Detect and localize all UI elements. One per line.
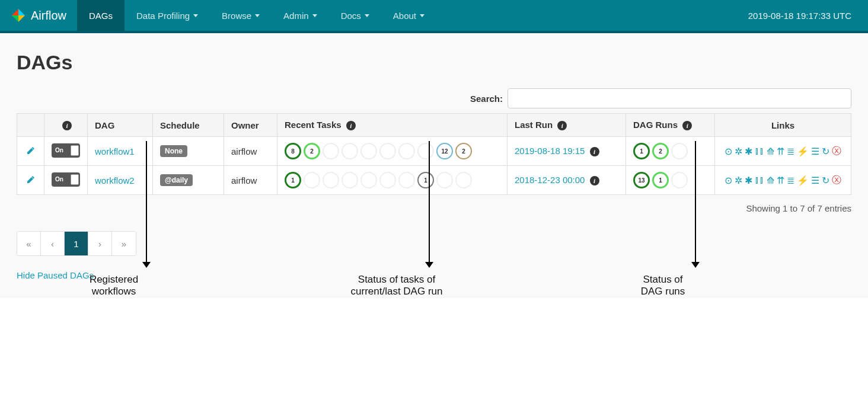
info-icon: i xyxy=(557,121,567,130)
tries-icon[interactable]: ⟰ xyxy=(767,175,774,186)
task-status-circle[interactable] xyxy=(304,172,320,188)
delete-icon[interactable]: ⓧ xyxy=(832,174,841,187)
chevron-down-icon xyxy=(365,14,369,17)
dag-run-status-circle[interactable]: 13 xyxy=(633,172,650,188)
last-run-link[interactable]: 2019-08-18 19:15 xyxy=(515,146,585,156)
tree-icon[interactable]: ✲ xyxy=(735,175,742,186)
task-status-circle[interactable] xyxy=(379,143,396,159)
info-icon[interactable]: i xyxy=(590,147,599,156)
graph-icon[interactable]: ✱ xyxy=(745,146,752,157)
nav-item-label: About xyxy=(393,11,416,21)
page-next[interactable]: › xyxy=(88,232,112,255)
col-label: Recent Tasks xyxy=(285,120,342,130)
nav-item-label: Browse xyxy=(222,11,251,21)
brand[interactable]: Airflow xyxy=(11,8,66,23)
task-status-circle[interactable] xyxy=(379,172,396,188)
page-prev[interactable]: ‹ xyxy=(41,232,65,255)
tries-icon[interactable]: ⟰ xyxy=(767,146,774,157)
search-label: Search: xyxy=(470,94,503,104)
annotation-arrow-3: Status of DAG runs xyxy=(663,141,728,297)
chevron-down-icon xyxy=(312,14,317,17)
owner-cell: airflow xyxy=(224,166,277,195)
task-status-circle[interactable] xyxy=(360,172,377,188)
nav-item-label: Data Profiling xyxy=(136,11,190,21)
code-icon[interactable]: ⚡ xyxy=(797,175,809,186)
row-links: ⊙✲✱⫿⫿⟰⇈≣⚡☰↻ⓧ xyxy=(722,174,844,187)
server-time: 2019-08-18 19:17:33 UTC xyxy=(748,11,857,21)
info-icon: i xyxy=(62,121,72,130)
task-status-circle[interactable]: 2 xyxy=(304,143,320,159)
task-status-circle[interactable]: 1 xyxy=(285,172,301,188)
col-info: i xyxy=(44,114,88,137)
search-input[interactable] xyxy=(508,88,851,108)
task-status-circle[interactable] xyxy=(323,172,339,188)
table-header-row: i DAG Schedule Owner Recent Tasks i Last… xyxy=(17,114,851,137)
col-owner[interactable]: Owner xyxy=(224,114,277,137)
delete-icon[interactable]: ⓧ xyxy=(832,145,841,158)
annotation-arrow-2: Status of tasks of current/last DAG run xyxy=(397,141,462,297)
col-label: Last Run xyxy=(515,120,553,130)
duration-icon[interactable]: ⫿⫿ xyxy=(755,175,764,185)
logs-icon[interactable]: ☰ xyxy=(811,175,819,186)
search-row: Search: xyxy=(17,88,851,108)
task-status-circle[interactable] xyxy=(360,143,377,159)
refresh-icon[interactable]: ↻ xyxy=(822,146,829,157)
dag-toggle[interactable]: On xyxy=(52,172,80,187)
edit-icon[interactable] xyxy=(26,147,36,157)
chevron-down-icon xyxy=(193,14,198,17)
annotation-caption-2: Status of tasks of current/last DAG run xyxy=(331,274,462,297)
brand-text: Airflow xyxy=(31,9,66,23)
page-title: DAGs xyxy=(17,51,851,74)
duration-icon[interactable]: ⫿⫿ xyxy=(755,146,764,156)
nav-item-data-profiling[interactable]: Data Profiling xyxy=(125,0,210,31)
page-number[interactable]: 1 xyxy=(65,232,88,255)
annotation-overlay: Registered workflows Status of tasks of … xyxy=(0,298,868,416)
task-status-circle[interactable] xyxy=(342,172,358,188)
gantt-icon[interactable]: ≣ xyxy=(787,175,794,186)
landing-icon[interactable]: ⇈ xyxy=(777,175,784,186)
task-status-circle[interactable]: 8 xyxy=(285,143,301,159)
nav-item-label: Docs xyxy=(341,11,361,21)
gantt-icon[interactable]: ≣ xyxy=(787,146,794,157)
logs-icon[interactable]: ☰ xyxy=(811,146,819,157)
page-first[interactable]: « xyxy=(17,232,41,255)
nav-item-browse[interactable]: Browse xyxy=(210,0,272,31)
dag-toggle[interactable]: On xyxy=(52,143,80,158)
nav-links: DAGs Data Profiling Browse Admin Docs Ab… xyxy=(77,0,436,31)
last-run-link[interactable]: 2018-12-23 00:00 xyxy=(515,175,585,185)
navbar: Airflow DAGs Data Profiling Browse Admin… xyxy=(0,0,868,33)
dag-run-status-circle[interactable]: 1 xyxy=(633,143,650,159)
col-last-run: Last Run i xyxy=(508,114,626,137)
col-label: DAG Runs xyxy=(633,120,678,130)
airflow-logo-icon xyxy=(11,8,26,23)
nav-item-about[interactable]: About xyxy=(381,0,436,31)
nav-item-dags[interactable]: DAGs xyxy=(77,0,125,31)
info-icon: i xyxy=(346,121,356,130)
annotation-caption-3: Status of DAG runs xyxy=(598,274,728,297)
col-dag-runs: DAG Runs i xyxy=(626,114,715,137)
graph-icon[interactable]: ✱ xyxy=(745,175,752,186)
col-edit xyxy=(17,114,44,137)
recent-tasks-circles: 11 xyxy=(285,172,500,188)
info-icon[interactable]: i xyxy=(590,176,599,185)
col-dag[interactable]: DAG xyxy=(88,114,153,137)
col-links: Links xyxy=(715,114,851,137)
chevron-down-icon xyxy=(420,14,425,17)
code-icon[interactable]: ⚡ xyxy=(797,146,809,157)
nav-item-docs[interactable]: Docs xyxy=(329,0,381,31)
annotation-caption-1: Registered workflows xyxy=(49,274,179,297)
task-status-circle[interactable] xyxy=(323,143,339,159)
annotation-arrow-1: Registered workflows xyxy=(114,141,179,297)
task-status-circle[interactable] xyxy=(342,143,358,159)
nav-item-label: DAGs xyxy=(89,11,113,21)
row-links: ⊙✲✱⫿⫿⟰⇈≣⚡☰↻ⓧ xyxy=(722,145,844,158)
nav-item-admin[interactable]: Admin xyxy=(272,0,329,31)
col-recent-tasks: Recent Tasks i xyxy=(277,114,508,137)
edit-icon[interactable] xyxy=(26,176,36,186)
info-icon: i xyxy=(682,121,692,130)
tree-icon[interactable]: ✲ xyxy=(735,146,742,157)
landing-icon[interactable]: ⇈ xyxy=(777,146,784,157)
chevron-down-icon xyxy=(255,14,260,17)
refresh-icon[interactable]: ↻ xyxy=(822,175,829,186)
col-schedule[interactable]: Schedule xyxy=(153,114,224,137)
